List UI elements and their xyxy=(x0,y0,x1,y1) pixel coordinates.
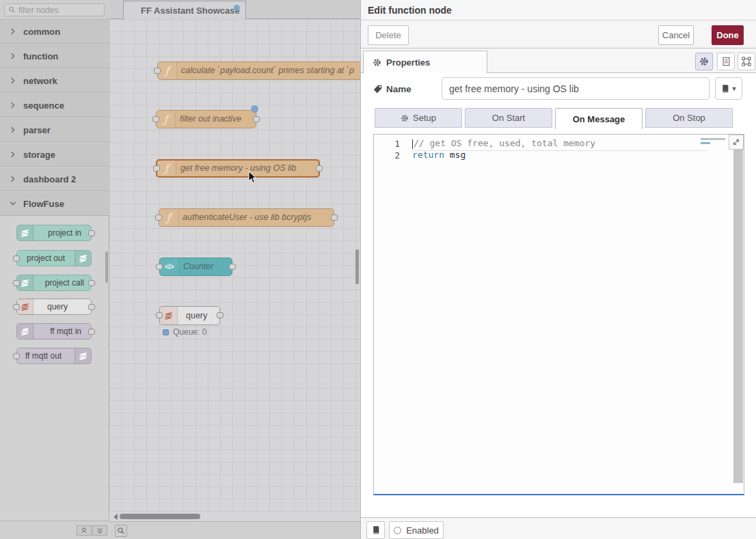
palette-category-common[interactable]: common xyxy=(0,20,109,44)
canvas-grid[interactable]: ƒ calculate `payload.count` primes start… xyxy=(109,19,360,512)
template-icon: </> xyxy=(160,258,179,275)
cancel-button[interactable]: Cancel xyxy=(658,25,694,45)
enabled-toggle-button[interactable]: Enabled xyxy=(389,521,444,539)
line-number: 1 xyxy=(374,139,400,149)
node-port[interactable] xyxy=(13,353,20,359)
palette-filter-box[interactable] xyxy=(4,3,105,16)
tab-label: On Stop xyxy=(673,113,705,123)
gear-icon xyxy=(401,114,409,122)
modified-dot-icon xyxy=(251,105,258,113)
palette-scrollbar[interactable] xyxy=(105,251,108,283)
palette-filter-input[interactable] xyxy=(18,5,94,15)
palette-category-network[interactable]: network xyxy=(0,69,109,93)
node-port[interactable] xyxy=(88,329,95,335)
scroll-left-arrow-icon[interactable] xyxy=(112,513,119,521)
node-port[interactable] xyxy=(88,280,95,286)
node-filter-out-inactive[interactable]: ƒ filter out inactive xyxy=(156,110,256,128)
node-port[interactable] xyxy=(156,264,163,270)
node-port[interactable] xyxy=(152,116,159,122)
gear-icon xyxy=(699,57,709,66)
palette-category-dashboard2[interactable]: dashboard 2 xyxy=(0,167,109,191)
delete-button[interactable]: Delete xyxy=(368,25,409,45)
status-dot xyxy=(163,329,169,335)
category-label: dashboard 2 xyxy=(23,174,76,184)
palette-category-function[interactable]: function xyxy=(0,44,109,68)
node-help-button[interactable] xyxy=(366,521,385,539)
node-port[interactable] xyxy=(331,215,338,221)
palette-node-label: project in xyxy=(48,228,81,238)
node-port[interactable] xyxy=(154,68,161,74)
canvas-h-scrollbar[interactable] xyxy=(109,512,360,521)
properties-view-button[interactable] xyxy=(695,53,713,70)
palette-node-project-out[interactable]: project out xyxy=(16,250,92,266)
category-label: function xyxy=(23,51,58,61)
name-label: Name xyxy=(373,84,411,94)
code-editor[interactable]: 1 2 // get OS free, used, total memory r… xyxy=(373,134,744,495)
node-get-free-memory[interactable]: ƒ get free memory - using OS lib xyxy=(156,159,320,178)
palette-category-parser[interactable]: parser xyxy=(0,118,109,142)
node-port[interactable] xyxy=(88,230,95,236)
double-chevron-down-icon xyxy=(96,527,104,534)
appearance-button[interactable] xyxy=(738,53,755,70)
enabled-label: Enabled xyxy=(406,525,439,536)
node-query[interactable]: query xyxy=(159,306,220,325)
tab-label: On Start xyxy=(492,113,525,123)
tab-on-stop[interactable]: On Stop xyxy=(645,108,733,128)
palette-node-project-in[interactable]: project in xyxy=(16,225,92,241)
palette-node-ff-mqtt-in[interactable]: ff mqtt in xyxy=(16,323,92,340)
palette-category-flowfuse[interactable]: FlowFuse xyxy=(0,192,109,216)
canvas-v-scrollbar[interactable] xyxy=(355,249,359,284)
node-port[interactable] xyxy=(13,280,20,286)
node-authenticate-user[interactable]: ƒ authenticateUser - use lib bcryptjs xyxy=(159,208,334,227)
palette-node-label: project call xyxy=(45,278,84,288)
gear-icon xyxy=(373,58,381,67)
palette-node-query[interactable]: query xyxy=(16,299,92,315)
node-port[interactable] xyxy=(253,116,260,122)
palette-node-ff-mqtt-out[interactable]: ff mqtt out xyxy=(16,348,92,364)
node-port[interactable] xyxy=(217,312,224,318)
chevron-right-icon xyxy=(9,27,17,36)
node-port[interactable] xyxy=(156,312,163,318)
node-calculate-primes[interactable]: ƒ calculate `payload.count` primes start… xyxy=(157,61,360,80)
search-flows-button[interactable] xyxy=(115,525,127,537)
tab-setup[interactable]: Setup xyxy=(375,108,462,128)
tab-on-message[interactable]: On Message xyxy=(555,108,643,129)
node-port[interactable] xyxy=(229,264,236,270)
caret-down-icon: ▼ xyxy=(731,85,738,92)
flow-tab[interactable]: FF Assistant Showcase xyxy=(123,1,246,19)
node-status: Queue: 0 xyxy=(163,327,206,337)
expand-editor-button[interactable] xyxy=(729,135,744,150)
flowfuse-logo-icon xyxy=(75,348,91,363)
label-options-button[interactable]: ▼ xyxy=(715,77,742,100)
category-label: network xyxy=(23,76,57,86)
flow-canvas[interactable]: FF Assistant Showcase ƒ calculate `paylo… xyxy=(109,0,360,539)
node-port[interactable] xyxy=(316,165,323,171)
editor-minimap[interactable] xyxy=(701,138,725,144)
code-text: msg xyxy=(444,150,465,160)
node-port[interactable] xyxy=(153,165,160,171)
tray-toolbar: Delete Cancel Done xyxy=(361,20,756,49)
editor-scrollbar[interactable] xyxy=(733,135,743,483)
node-port[interactable] xyxy=(88,304,95,310)
code-line-2: return msg xyxy=(412,150,465,160)
name-input[interactable] xyxy=(442,77,710,100)
h-scrollbar-thumb[interactable] xyxy=(120,514,200,519)
node-counter[interactable]: </> Counter xyxy=(159,258,232,276)
node-port[interactable] xyxy=(13,255,20,262)
tab-properties[interactable]: Properties xyxy=(363,51,487,73)
node-port[interactable] xyxy=(13,304,20,310)
palette-category-storage[interactable]: storage xyxy=(0,143,109,167)
flow-tab-label: FF Assistant Showcase xyxy=(141,5,240,16)
palette-node-project-call[interactable]: project call xyxy=(16,275,92,291)
done-button[interactable]: Done xyxy=(712,25,744,45)
palette-node-label: ff mqtt out xyxy=(25,351,62,361)
description-button[interactable] xyxy=(717,53,735,70)
node-port[interactable] xyxy=(155,215,162,221)
tab-on-start[interactable]: On Start xyxy=(465,108,552,128)
expand-all-button[interactable] xyxy=(92,525,107,536)
palette-category-sequence[interactable]: sequence xyxy=(0,94,109,118)
expand-icon xyxy=(732,138,740,146)
category-label: common xyxy=(23,27,60,37)
chevron-right-icon xyxy=(9,150,17,158)
collapse-all-button[interactable] xyxy=(77,525,92,536)
